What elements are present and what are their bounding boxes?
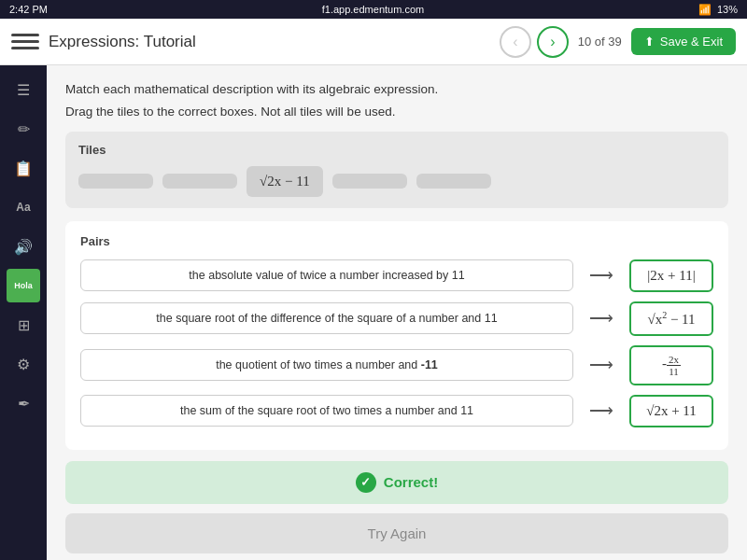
save-exit-button[interactable]: ⬆ Save & Exit — [631, 28, 736, 55]
pair-answer-3[interactable]: -2x11 — [629, 345, 713, 385]
pair-desc-1[interactable]: the absolute value of twice a number inc… — [80, 259, 573, 291]
pair-row-1: the absolute value of twice a number inc… — [80, 259, 713, 292]
pair-answer-1[interactable]: |2x + 11| — [629, 259, 713, 292]
arrow-2: ⟶ — [583, 308, 620, 329]
sidebar-item-grid[interactable]: ⊞ — [7, 308, 40, 342]
pair-desc-3-bold: -11 — [421, 358, 438, 371]
sidebar-item-audio[interactable]: 🔊 — [7, 230, 40, 263]
tiles-row: √2x − 11 — [78, 166, 715, 197]
arrow-3: ⟶ — [583, 355, 620, 375]
sidebar-item-text[interactable]: Aa — [7, 190, 40, 224]
pair-row-2: the square root of the difference of the… — [80, 301, 713, 336]
content-area: Match each mathematical description with… — [47, 65, 747, 560]
pair-answer-1-expr: |2x + 11| — [647, 268, 695, 283]
tiles-label: Tiles — [78, 143, 715, 157]
pair-answer-4[interactable]: √2x + 11 — [629, 395, 713, 427]
main-layout: ☰ ✏ 📋 Aa 🔊 Hola ⊞ ⚙ ✒ Match each mathema… — [0, 65, 747, 560]
pair-answer-2[interactable]: √x2 − 11 — [629, 301, 713, 336]
correct-banner: ✓ Correct! — [65, 461, 728, 504]
next-button[interactable]: › — [537, 26, 569, 58]
pair-answer-4-expr: √2x + 11 — [646, 403, 697, 418]
correct-label: Correct! — [384, 474, 438, 490]
pair-desc-4[interactable]: the sum of the square root of two times … — [80, 395, 573, 427]
tile-1[interactable] — [78, 174, 153, 189]
check-icon: ✓ — [356, 472, 376, 493]
tile-3[interactable]: √2x − 11 — [247, 166, 323, 197]
page-counter: 10 of 39 — [578, 35, 622, 49]
battery-level: 13% — [717, 4, 738, 15]
top-nav: Expressions: Tutorial ‹ › 10 of 39 ⬆ Sav… — [0, 19, 747, 65]
tile-3-expr: √2x − 11 — [260, 174, 310, 189]
sidebar: ☰ ✏ 📋 Aa 🔊 Hola ⊞ ⚙ ✒ — [0, 65, 47, 560]
pairs-box: Pairs the absolute value of twice a numb… — [65, 221, 728, 450]
save-icon: ⬆ — [644, 35, 655, 49]
status-time: 2:42 PM — [9, 4, 48, 15]
pairs-label: Pairs — [80, 234, 713, 248]
sidebar-item-clipboard[interactable]: 📋 — [7, 151, 40, 185]
tile-4[interactable] — [332, 174, 407, 189]
status-bar: 2:42 PM f1.app.edmentum.com 📶 13% — [0, 0, 747, 19]
status-url: f1.app.edmentum.com — [322, 4, 424, 15]
sidebar-item-settings[interactable]: ⚙ — [7, 347, 40, 381]
wifi-icon: 📶 — [698, 4, 712, 16]
pair-desc-3[interactable]: the quotient of two times a number and -… — [80, 349, 573, 381]
nav-title: Expressions: Tutorial — [49, 33, 490, 51]
try-again-button[interactable]: Try Again — [65, 513, 728, 553]
pair-answer-2-expr: √x2 − 11 — [647, 312, 695, 327]
sidebar-item-edit[interactable]: ✏ — [7, 112, 40, 146]
instruction-2: Drag the tiles to the correct boxes. Not… — [65, 103, 728, 121]
prev-button[interactable]: ‹ — [500, 26, 531, 58]
pair-row-3: the quotient of two times a number and -… — [80, 345, 713, 385]
pair-desc-3-plain: the quotient of two times a number and — [216, 358, 421, 371]
arrow-4: ⟶ — [583, 400, 620, 421]
sidebar-item-pen[interactable]: ✒ — [7, 386, 40, 420]
nav-arrows: ‹ › — [500, 26, 569, 58]
instruction-1: Match each mathematical description with… — [65, 80, 728, 99]
sidebar-item-menu[interactable]: ☰ — [7, 73, 40, 106]
sidebar-item-translate[interactable]: Hola — [7, 269, 40, 302]
hamburger-button[interactable] — [11, 28, 39, 56]
pair-row-4: the sum of the square root of two times … — [80, 395, 713, 427]
pair-desc-2[interactable]: the square root of the difference of the… — [80, 302, 573, 334]
tiles-box: Tiles √2x − 11 — [65, 132, 728, 208]
arrow-1: ⟶ — [583, 265, 620, 286]
pair-answer-3-expr: -2x11 — [662, 356, 681, 371]
tile-5[interactable] — [416, 174, 491, 189]
status-right: 📶 13% — [698, 4, 738, 16]
tile-2[interactable] — [162, 174, 237, 189]
